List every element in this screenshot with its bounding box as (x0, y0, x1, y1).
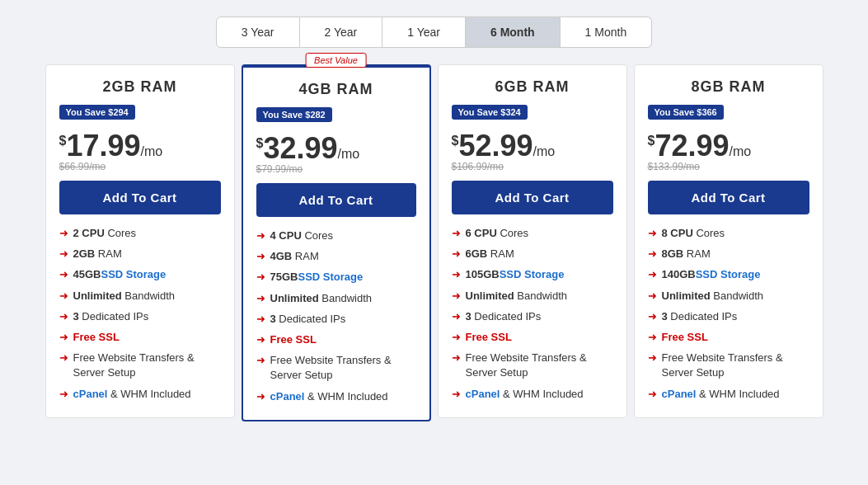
feature-content: 4GB RAM (270, 249, 416, 264)
arrow-icon: ➜ (59, 351, 68, 364)
feature-item: ➜ Unlimited Bandwidth (452, 289, 613, 304)
tab-1month[interactable]: 1 Month (561, 16, 653, 48)
arrow-icon: ➜ (452, 331, 461, 343)
feature-content: cPanel & WHM Included (270, 389, 416, 404)
feature-text: Free Website Transfers & Server Setup (466, 351, 587, 379)
feature-item: ➜ Free SSL (59, 330, 221, 345)
feature-text: Cores (302, 229, 333, 242)
feature-link[interactable]: cPanel (73, 388, 108, 400)
feature-content: 6GB RAM (466, 247, 613, 261)
arrow-icon: ➜ (452, 247, 461, 260)
price-old: $79.99/mo (256, 163, 416, 175)
arrow-icon: ➜ (256, 250, 265, 262)
tab-1year[interactable]: 1 Year (382, 16, 466, 48)
feature-text: RAM (683, 247, 711, 260)
feature-item: ➜ 2GB RAM (59, 247, 221, 261)
feature-content: Free SSL (270, 332, 416, 347)
features-list: ➜ 4 CPU Cores ➜ 4GB RAM ➜ 75GBSSD Storag… (256, 228, 416, 404)
price-block: $52.99/mo $106.99/mo (452, 131, 613, 172)
feature-content: cPanel & WHM Included (466, 387, 613, 402)
arrow-icon: ➜ (452, 310, 461, 323)
best-value-badge: Best Value (305, 53, 367, 68)
feature-text: RAM (292, 250, 319, 262)
arrow-icon: ➜ (452, 290, 461, 302)
arrow-icon: ➜ (256, 292, 265, 304)
feature-value: 3 (73, 310, 79, 323)
feature-content: Free Website Transfers & Server Setup (466, 351, 613, 380)
feature-link[interactable]: cPanel (662, 388, 697, 400)
feature-content: cPanel & WHM Included (73, 387, 221, 402)
plans-grid: 2GB RAMYou Save $294 $17.99/mo $66.99/mo… (16, 64, 852, 421)
feature-item: ➜ cPanel & WHM Included (648, 387, 809, 402)
feature-value: 4 CPU (270, 229, 302, 242)
feature-item: ➜ 3 Dedicated IPs (648, 309, 809, 324)
tab-6month[interactable]: 6 Month (466, 16, 561, 48)
price-old: $106.99/mo (452, 161, 613, 172)
feature-value: 4GB (270, 250, 293, 262)
feature-text: & WHM Included (500, 388, 583, 400)
feature-value: Free SSL (270, 333, 317, 346)
feature-text: Dedicated IPs (472, 310, 542, 323)
feature-text: Bandwidth (514, 290, 567, 302)
feature-value: Unlimited (73, 290, 122, 302)
feature-content: 4 CPU Cores (270, 228, 416, 243)
arrow-icon: ➜ (59, 247, 68, 260)
feature-value: 140GB (662, 268, 696, 280)
feature-item: ➜ 105GBSSD Storage (452, 267, 613, 282)
add-to-cart-button[interactable]: Add To Cart (452, 181, 613, 214)
feature-item: ➜ 6GB RAM (452, 247, 613, 261)
arrow-icon: ➜ (648, 388, 657, 400)
arrow-icon: ➜ (648, 310, 657, 323)
feature-link[interactable]: SSD Storage (500, 268, 565, 280)
feature-content: 105GBSSD Storage (466, 267, 613, 282)
feature-value: 8GB (662, 247, 684, 260)
feature-item: ➜ cPanel & WHM Included (256, 389, 416, 404)
feature-item: ➜ 8GB RAM (648, 247, 809, 261)
tab-3year[interactable]: 3 Year (216, 16, 300, 48)
feature-item: ➜ cPanel & WHM Included (452, 387, 613, 402)
you-save-badge: You Save $324 (452, 105, 528, 120)
feature-value: 45GB (73, 268, 101, 280)
plan-card-plan-2gb: 2GB RAMYou Save $294 $17.99/mo $66.99/mo… (45, 64, 235, 418)
arrow-icon: ➜ (256, 333, 265, 346)
plan-title: 6GB RAM (452, 78, 613, 96)
plan-card-plan-4gb: Best Value4GB RAMYou Save $282 $32.99/mo… (242, 64, 431, 421)
feature-text: Dedicated IPs (668, 310, 738, 323)
arrow-icon: ➜ (648, 268, 657, 280)
feature-content: Unlimited Bandwidth (73, 289, 221, 304)
feature-text: Cores (497, 227, 528, 239)
feature-link[interactable]: SSD Storage (298, 271, 363, 283)
arrow-icon: ➜ (256, 390, 265, 403)
feature-text: Cores (693, 227, 725, 239)
add-to-cart-button[interactable]: Add To Cart (256, 183, 416, 217)
feature-content: 8 CPU Cores (662, 226, 809, 241)
feature-link[interactable]: SSD Storage (101, 268, 166, 280)
arrow-icon: ➜ (452, 268, 461, 280)
feature-value: Unlimited (466, 290, 514, 302)
feature-value: 6 CPU (466, 227, 497, 239)
plan-inner: 4GB RAMYou Save $282 $32.99/mo $79.99/mo… (243, 68, 429, 420)
feature-text: Free Website Transfers & Server Setup (662, 351, 783, 379)
billing-period-tabs: 3 Year2 Year1 Year6 Month1 Month (16, 16, 852, 48)
feature-link[interactable]: cPanel (466, 388, 500, 400)
feature-value: 2 CPU (73, 227, 105, 239)
add-to-cart-button[interactable]: Add To Cart (648, 181, 809, 214)
feature-link[interactable]: cPanel (270, 390, 305, 403)
feature-value: Unlimited (270, 292, 319, 304)
feature-text: Free Website Transfers & Server Setup (73, 351, 195, 379)
feature-text: Bandwidth (122, 290, 175, 302)
feature-text: RAM (487, 247, 514, 260)
feature-item: ➜ cPanel & WHM Included (59, 387, 221, 402)
price-main: $32.99/mo (256, 134, 416, 163)
feature-link[interactable]: SSD Storage (696, 268, 761, 280)
feature-content: Unlimited Bandwidth (466, 289, 613, 304)
tab-2year[interactable]: 2 Year (300, 16, 383, 48)
feature-value: 105GB (466, 268, 500, 280)
feature-item: ➜ Free Website Transfers & Server Setup (452, 351, 613, 380)
feature-content: Unlimited Bandwidth (270, 291, 416, 306)
feature-item: ➜ Free SSL (452, 330, 613, 345)
arrow-icon: ➜ (256, 313, 265, 325)
feature-item: ➜ Unlimited Bandwidth (648, 289, 809, 304)
add-to-cart-button[interactable]: Add To Cart (59, 181, 221, 214)
feature-content: 3 Dedicated IPs (662, 309, 809, 324)
